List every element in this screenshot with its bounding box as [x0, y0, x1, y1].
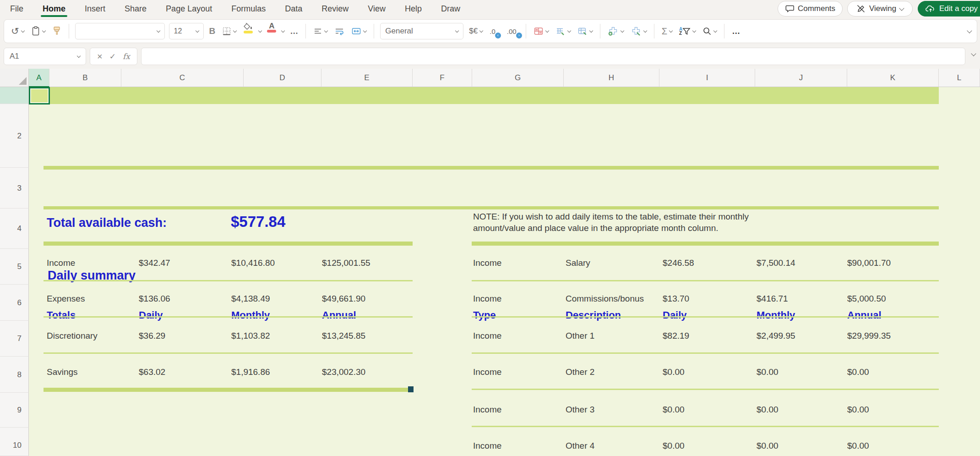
increase-decimal-button[interactable]: .00› [506, 23, 520, 39]
row-header-6[interactable]: 6 [0, 285, 29, 321]
table-cell[interactable]: Savings [47, 366, 78, 378]
menu-home[interactable]: Home [43, 4, 65, 14]
table-cell[interactable]: $90,001.70 [847, 257, 891, 269]
borders-button[interactable] [221, 23, 238, 39]
column-header-K[interactable]: K [847, 69, 939, 87]
autosum-chevron[interactable] [669, 28, 673, 32]
paste-dropdown-chevron[interactable] [42, 28, 45, 32]
table-cell[interactable]: $0.00 [847, 440, 869, 452]
table-cell[interactable]: $0.00 [757, 404, 779, 416]
selected-cell-A1[interactable] [29, 87, 50, 104]
enter-check-icon[interactable]: ✓ [109, 52, 116, 61]
format-as-table-chevron[interactable] [567, 28, 571, 32]
table-cell[interactable]: $13.70 [663, 293, 689, 305]
menu-insert[interactable]: Insert [85, 4, 105, 14]
more-font-options-button[interactable]: … [289, 23, 299, 39]
menu-share[interactable]: Share [125, 4, 147, 14]
name-box[interactable]: A1 [4, 48, 86, 65]
format-as-table-button[interactable] [554, 23, 572, 39]
menu-draw[interactable]: Draw [441, 4, 460, 14]
cell-styles-chevron[interactable] [589, 28, 593, 32]
conditional-formatting-chevron[interactable] [545, 28, 549, 32]
row-header-2[interactable]: 2 [0, 104, 29, 168]
row-header-10[interactable]: 10 [0, 428, 29, 456]
table-cell[interactable]: $246.58 [663, 257, 694, 269]
table-cell[interactable]: $13,245.85 [322, 330, 365, 342]
ribbon-collapse-chevron[interactable] [967, 28, 972, 33]
align-chevron[interactable] [324, 28, 328, 32]
table-cell[interactable]: Expenses [47, 293, 85, 305]
menu-review[interactable]: Review [321, 4, 348, 14]
table-cell[interactable]: Income [473, 440, 501, 452]
comments-button[interactable]: Comments [778, 1, 843, 16]
table-cell[interactable]: $416.71 [757, 293, 788, 305]
table-cell[interactable]: $29,999.35 [847, 330, 891, 342]
menu-help[interactable]: Help [405, 4, 422, 14]
decrease-decimal-button[interactable]: .0‹ [488, 23, 499, 39]
fx-icon[interactable]: fx [123, 52, 130, 61]
row-header-3[interactable]: 3 [0, 168, 29, 209]
table-cell[interactable]: $63.02 [139, 366, 165, 378]
table-cell[interactable]: $0.00 [847, 404, 869, 416]
fill-color-button[interactable] [242, 23, 255, 39]
number-format-combo[interactable]: General [380, 23, 463, 39]
table-cell[interactable]: Income [473, 257, 501, 269]
table-cell[interactable]: Salary [566, 257, 590, 269]
table-cell[interactable]: $4,138.49 [231, 293, 270, 305]
menu-formulas[interactable]: Formulas [231, 4, 266, 14]
menu-view[interactable]: View [368, 4, 386, 14]
wrap-text-button[interactable] [333, 23, 346, 39]
table-cell[interactable]: Other 3 [566, 404, 594, 416]
more-commands-button[interactable]: … [730, 23, 741, 39]
table-cell[interactable]: $125,001.55 [322, 257, 370, 269]
sort-filter-chevron[interactable] [692, 28, 696, 32]
delete-cells-chevron[interactable] [643, 28, 647, 32]
row-header-8[interactable]: 8 [0, 357, 29, 393]
align-button[interactable] [312, 23, 329, 39]
column-header-A[interactable]: A [29, 69, 49, 87]
format-painter-button[interactable] [51, 23, 63, 39]
formula-bar-expand-chevron[interactable] [971, 51, 976, 56]
table-cell[interactable]: Income [473, 330, 501, 342]
table-cell[interactable]: $10,416.80 [231, 257, 275, 269]
formula-input[interactable] [141, 48, 965, 65]
menu-data[interactable]: Data [285, 4, 302, 14]
font-name-combo[interactable] [75, 23, 165, 39]
row-header-5[interactable]: 5 [0, 249, 29, 285]
column-header-E[interactable]: E [321, 69, 413, 87]
autosum-button[interactable]: Σ [660, 23, 674, 39]
table-cell[interactable]: Income [473, 293, 501, 305]
table-cell[interactable]: Other 2 [566, 366, 594, 378]
table-cell[interactable]: Discretionary [47, 330, 98, 342]
font-color-chevron[interactable] [281, 28, 285, 32]
row-header-7[interactable]: 7 [0, 321, 29, 357]
merge-cells-button[interactable] [350, 23, 368, 39]
column-header-I[interactable]: I [659, 69, 755, 87]
table-cell[interactable]: Other 1 [566, 330, 594, 342]
viewing-button[interactable]: Viewing [847, 1, 913, 16]
menu-file[interactable]: File [10, 4, 23, 14]
borders-chevron[interactable] [233, 28, 237, 32]
table-cell[interactable]: Other 4 [566, 440, 594, 452]
column-header-B[interactable]: B [49, 69, 121, 87]
table-cell[interactable]: $0.00 [757, 366, 779, 378]
insert-cells-button[interactable] [606, 23, 625, 39]
font-size-combo[interactable]: 12 [169, 23, 204, 39]
table-resize-handle[interactable] [408, 386, 414, 392]
column-header-H[interactable]: H [564, 69, 659, 87]
table-cell[interactable]: Commissions/bonus [566, 293, 644, 305]
currency-chevron[interactable] [479, 28, 483, 32]
table-cell[interactable]: $0.00 [663, 366, 685, 378]
find-chevron[interactable] [713, 28, 717, 32]
table-cell[interactable]: $342.47 [139, 257, 170, 269]
column-header-D[interactable]: D [244, 69, 321, 87]
edit-a-copy-button[interactable]: Edit a copy [918, 1, 980, 16]
column-header-L[interactable]: L [939, 69, 980, 87]
currency-format-button[interactable]: $€ [468, 23, 484, 39]
column-header-G[interactable]: G [472, 69, 564, 87]
table-cell[interactable]: Income [47, 257, 75, 269]
column-header-C[interactable]: C [121, 69, 244, 87]
table-cell[interactable]: $1,103.82 [231, 330, 270, 342]
column-header-J[interactable]: J [755, 69, 847, 87]
menu-page-layout[interactable]: Page Layout [166, 4, 212, 14]
